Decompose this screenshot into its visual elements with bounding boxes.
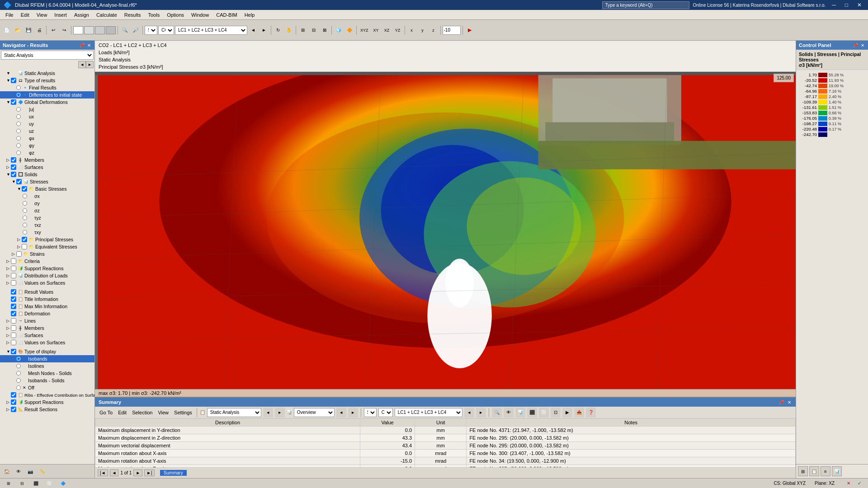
cp-icon-btn1[interactable]: ⊞ xyxy=(798,466,808,476)
title-information-checkbox[interactable] xyxy=(11,296,16,302)
tree-item-members[interactable]: ▷ ╫ Members xyxy=(0,156,94,164)
support-reactions-checkbox[interactable] xyxy=(11,266,16,271)
distribution-loads-checkbox[interactable] xyxy=(11,273,16,278)
tree-item-ribs[interactable]: 📋 Ribs - Effective Contribution on Surfa… xyxy=(0,391,94,399)
status-btn3[interactable]: ⬛ xyxy=(31,479,41,488)
tree-item-support-reactions[interactable]: ▷ 🔰 Support Reactions xyxy=(0,265,94,272)
cp-icon-btn2[interactable]: 📋 xyxy=(809,466,819,476)
tree-item-global-deformations[interactable]: ▼ 🔷 Global Deformations xyxy=(0,99,94,106)
mesh-nodes-solids-radio[interactable] xyxy=(16,371,21,375)
zoom-in-button[interactable]: 🔍 xyxy=(120,25,130,35)
nav-next-button[interactable]: ► xyxy=(86,61,94,68)
status-btn5[interactable]: 🔷 xyxy=(58,479,68,488)
nav-visibility-button[interactable]: 👁 xyxy=(14,466,24,476)
filter-btn7[interactable]: ▶ xyxy=(562,408,572,418)
print-button[interactable]: 🖨 xyxy=(34,25,44,35)
nav-prev-button[interactable]: ◄ xyxy=(78,61,86,68)
tree-item-phiz[interactable]: φz xyxy=(0,149,94,156)
status-close-btn[interactable]: ✕ xyxy=(844,479,854,488)
tree-item-deformation[interactable]: 📋 Deformation xyxy=(0,310,94,317)
solids-checkbox[interactable] xyxy=(11,172,16,177)
tree-item-off[interactable]: ✕ Off xyxy=(0,384,94,391)
status-check-btn[interactable]: ✓ xyxy=(854,479,864,488)
view-xy-button[interactable]: XY xyxy=(371,25,381,35)
tree-item-mesh-nodes-solids[interactable]: Mesh Nodes - Solids xyxy=(0,370,94,377)
filter-btn4[interactable]: ⬛ xyxy=(527,408,537,418)
tree-item-lines[interactable]: ▷ ╌ Lines xyxy=(0,317,94,324)
deformation-checkbox[interactable] xyxy=(11,311,16,316)
summary-tab[interactable]: Summary xyxy=(160,470,187,476)
filter-btn5[interactable]: ⬜ xyxy=(539,408,549,418)
tree-item-txy[interactable]: τxy xyxy=(0,229,94,236)
co2-combo2[interactable]: CO2 xyxy=(378,408,393,417)
display-btn2[interactable]: ⊟ xyxy=(309,25,319,35)
zoom-out-button[interactable]: 🔎 xyxy=(131,25,141,35)
analysis-type-combo[interactable]: Static Analysis xyxy=(207,408,261,417)
view-btn1[interactable] xyxy=(73,26,83,34)
tree-item-basic-stresses[interactable]: ▼ 📁 Basic Stresses xyxy=(0,185,94,192)
tree-item-surfaces[interactable]: ▷ ⬜ Surfaces xyxy=(0,164,94,171)
tree-item-principal-stresses[interactable]: ▷ 📁 Principal Stresses xyxy=(0,236,94,243)
status-btn1[interactable]: ⊞ xyxy=(4,479,14,488)
tree-item-criteria[interactable]: ▷ 📁 Criteria xyxy=(0,258,94,265)
tree-item-static-analysis[interactable]: ▼ 📊 Static Analysis xyxy=(0,70,94,77)
tree-item-isobands-solids[interactable]: Isobands - Solids xyxy=(0,377,94,384)
search-box[interactable]: Type a keyword (Alt+Q) xyxy=(602,1,689,9)
display-btn1[interactable]: ⊞ xyxy=(298,25,308,35)
toolbar-goto[interactable]: Go To xyxy=(98,409,114,416)
menu-item-calculate[interactable]: Calculate xyxy=(93,11,121,19)
tree-item-phiy[interactable]: φy xyxy=(0,142,94,149)
table-row[interactable]: Maximum displacement in Y-direction 0.0 … xyxy=(95,427,796,434)
lc-combo[interactable]: LC1 + LC2 + LC3 + LC4 xyxy=(175,26,247,35)
members-checkbox[interactable] xyxy=(11,157,16,163)
tree-item-values-on-surfaces[interactable]: ▷ ⬜ Values on Surfaces xyxy=(0,279,94,286)
sch-combo2[interactable]: S Ch xyxy=(364,408,377,417)
result-values-checkbox[interactable] xyxy=(11,289,16,295)
cp-icon-btn4[interactable]: 📊 xyxy=(832,466,842,476)
table-row[interactable]: Maximum vectorial displacement 43.4 mm F… xyxy=(95,442,796,450)
tree-item-type-of-display[interactable]: ▼ 🎨 Type of display xyxy=(0,348,94,355)
strains-checkbox[interactable] xyxy=(16,251,22,257)
table-row[interactable]: Maximum displacement in Z-direction 43.3… xyxy=(95,434,796,442)
calculate-button[interactable]: ▶ xyxy=(465,25,475,35)
tree-item-type-of-results[interactable]: ▼ 🗂 Type of results xyxy=(0,77,94,84)
lines-checkbox[interactable] xyxy=(11,318,16,324)
co-combo[interactable]: CO2 xyxy=(158,26,174,35)
tree-item-strains[interactable]: ▷ 📁 Strains xyxy=(0,250,94,258)
menu-item-options[interactable]: Options xyxy=(163,11,188,19)
toolbar-selection[interactable]: Selection xyxy=(130,409,154,416)
nav-camera-button[interactable]: 📷 xyxy=(25,466,35,476)
nav-analysis-combo[interactable]: Static Analysis xyxy=(1,51,94,60)
nav-close-button[interactable]: ✕ xyxy=(86,43,92,48)
save-button[interactable]: 💾 xyxy=(24,25,33,35)
cp-pin-button[interactable]: 📌 xyxy=(852,43,859,48)
next-lc-button[interactable]: ► xyxy=(259,25,269,35)
view-3d-button[interactable]: XYZ xyxy=(359,25,370,35)
tree-item-title-information[interactable]: 📋 Title Information xyxy=(0,296,94,303)
render-btn1[interactable]: 🧊 xyxy=(334,25,344,35)
isobands-solids-radio[interactable] xyxy=(16,378,21,383)
redo-button[interactable]: ↪ xyxy=(59,25,69,35)
values-on-surfaces2-checkbox[interactable] xyxy=(11,340,16,345)
sz-radio[interactable] xyxy=(23,208,27,213)
render-btn2[interactable]: 🔶 xyxy=(344,25,354,35)
analysis-prev-button[interactable]: ◄ xyxy=(263,408,273,418)
maxmin-information-checkbox[interactable] xyxy=(11,304,16,309)
equiv-stresses-checkbox[interactable] xyxy=(22,244,27,249)
toolbar-edit[interactable]: Edit xyxy=(116,409,128,416)
sx-radio[interactable] xyxy=(23,194,27,198)
filter-btn2[interactable]: 👁 xyxy=(504,408,514,418)
tree-item-phix[interactable]: φx xyxy=(0,135,94,142)
ux-radio[interactable] xyxy=(16,114,21,119)
minimize-button[interactable]: ─ xyxy=(829,2,839,8)
tree-item-support-reactions2[interactable]: ▷ 🔰 Support Reactions xyxy=(0,399,94,406)
phix-radio[interactable] xyxy=(16,136,21,141)
menu-item-results[interactable]: Results xyxy=(121,11,145,19)
tree-item-ux[interactable]: ux xyxy=(0,113,94,120)
tyz-radio[interactable] xyxy=(23,216,27,220)
off-radio[interactable] xyxy=(16,385,21,390)
tree-item-distribution-of-loads[interactable]: ▷ 📊 Distribution of Loads xyxy=(0,272,94,279)
open-button[interactable]: 📂 xyxy=(13,25,23,35)
tree-item-uz[interactable]: uz xyxy=(0,127,94,135)
u-radio[interactable] xyxy=(16,107,21,112)
